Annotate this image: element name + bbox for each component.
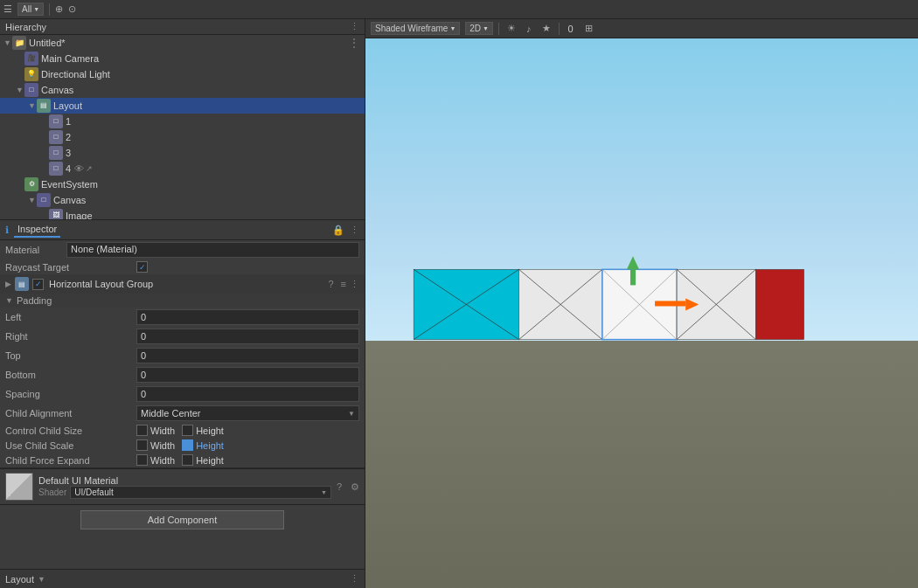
separator (49, 3, 50, 16)
tree-arrow (40, 164, 49, 173)
tree-item-light[interactable]: 💡 Directional Light (0, 66, 365, 82)
add-component-button[interactable]: Add Component (80, 510, 284, 529)
gizmo-count: 0 (565, 24, 577, 34)
top-bar: ☰ All ⊕ ⊙ (0, 0, 918, 19)
settings-icon[interactable]: ≡ (341, 279, 346, 289)
component-enabled-checkbox[interactable] (32, 279, 44, 290)
bottom-bar-arrow[interactable]: ▼ (38, 575, 45, 584)
tree-item-untitled[interactable]: ▼ 📁 Untitled* ⋮ (0, 35, 365, 51)
tree-item-1[interactable]: □ 1 (0, 114, 365, 129)
padding-header[interactable]: ▼ Padding (0, 294, 365, 308)
top-input[interactable] (136, 348, 359, 363)
hierarchy-panel: Hierarchy ⋮ ▼ 📁 Untitled* ⋮ 🎥 Main Camer… (0, 19, 365, 220)
center-icon: ⊕ (55, 3, 63, 15)
tree-arrow (40, 117, 49, 126)
top-label: Top (5, 350, 136, 361)
tree-dots[interactable]: ⋮ (349, 37, 365, 49)
bottom-input[interactable] (136, 367, 359, 383)
tree-label: 1 (66, 116, 71, 127)
use-scale-height-item: Height (182, 439, 224, 451)
child-alignment-select[interactable]: Middle Center (136, 405, 359, 421)
tree-label: Layout (53, 100, 82, 111)
scene-effects-icon[interactable]: ★ (539, 23, 553, 34)
control-height-checkbox[interactable] (182, 425, 193, 436)
scene-viewport-svg (365, 38, 918, 588)
svg-marker-13 (627, 256, 639, 269)
component-more[interactable]: ⋮ (350, 279, 359, 290)
tree-item-2[interactable]: □ 2 (0, 129, 365, 145)
tree-label: Canvas (41, 85, 73, 95)
control-height-label: Height (196, 425, 224, 436)
help-icon[interactable]: ? (328, 279, 333, 289)
item-icon: □ (49, 130, 63, 144)
tree-item-eventsystem[interactable]: ⚙ EventSystem (0, 176, 365, 192)
hierarchy-header: Hierarchy ⋮ (0, 19, 365, 35)
tree-arrow (16, 180, 24, 189)
scene-audio-icon[interactable]: ♪ (524, 24, 534, 34)
bottom-bar-dots[interactable]: ⋮ (350, 573, 359, 585)
force-width-checkbox[interactable] (136, 454, 148, 466)
force-height-item: Height (182, 454, 224, 466)
svg-rect-16 (655, 301, 685, 306)
menu-icon[interactable]: ☰ (3, 3, 12, 15)
inspector-more[interactable]: ⋮ (350, 225, 359, 236)
layout-icon: ▤ (37, 99, 51, 113)
all-dropdown[interactable]: All (17, 3, 44, 16)
tree-item-canvas2[interactable]: ▼ □ Canvas (0, 192, 365, 208)
tree-arrow: ▼ (28, 101, 37, 110)
material-settings-icon[interactable]: ⚙ (351, 481, 359, 493)
horizontal-layout-section: ▶ ▤ Horizontal Layout Group ? ≡ ⋮ ▼ Padd… (0, 274, 365, 468)
tree-item-image[interactable]: 🖼 Image (0, 208, 365, 220)
raycast-checkbox[interactable] (136, 261, 148, 273)
force-width-label: Width (150, 455, 175, 466)
tree-item-layout[interactable]: ▼ ▤ Layout (0, 98, 365, 114)
tree-arrow: ▼ (28, 196, 37, 204)
tree-label: EventSystem (41, 179, 98, 190)
pivot-icon: ⊙ (68, 3, 76, 15)
tree-arrow (40, 133, 49, 142)
use-scale-width-item: Width (136, 439, 175, 451)
lock-icon[interactable]: 🔒 (332, 225, 344, 236)
tree-arrow (16, 70, 24, 79)
material-help-icon[interactable]: ? (337, 481, 342, 492)
tree-item-3[interactable]: □ 3 (0, 145, 365, 161)
svg-rect-14 (630, 269, 636, 285)
shader-dropdown[interactable]: UI/Default (70, 486, 331, 499)
tree-item-4[interactable]: □ 4 👁 ↗ (0, 161, 365, 176)
right-input[interactable] (136, 329, 359, 344)
spacing-row: Spacing (0, 384, 365, 404)
padding-right-row: Right (0, 327, 365, 346)
tree-item-camera[interactable]: 🎥 Main Camera (0, 51, 365, 66)
control-width-checkbox[interactable] (136, 425, 148, 436)
padding-bottom-row: Bottom (0, 365, 365, 384)
shaded-wireframe-dropdown[interactable]: Shaded Wireframe (371, 22, 460, 35)
camera-icon: 🎥 (24, 52, 38, 66)
tree-label: Image (66, 211, 93, 220)
inspector-panel: ℹ Inspector 🔒 ⋮ Material None (Material)… (0, 220, 365, 569)
viewport-toolbar: Shaded Wireframe 2D ☀ ♪ ★ 0 ⊞ (365, 19, 918, 38)
force-height-checkbox[interactable] (182, 454, 193, 466)
2d-button[interactable]: 2D (465, 22, 493, 35)
spacing-input[interactable] (136, 386, 359, 402)
use-scale-width-label: Width (150, 440, 175, 451)
hierarchy-more[interactable]: ⋮ (350, 21, 359, 32)
tree-item-canvas[interactable]: ▼ □ Canvas (0, 82, 365, 98)
component-title: Horizontal Layout Group (49, 279, 324, 289)
control-child-size-label: Control Child Size (5, 425, 136, 436)
use-child-scale-label: Use Child Scale (5, 440, 136, 451)
scene-lighting-icon[interactable]: ☀ (504, 23, 518, 34)
control-child-size-row: Control Child Size Width Height (0, 423, 365, 438)
eye-icon[interactable]: 👁 (74, 163, 84, 174)
inspector-header: ℹ Inspector 🔒 ⋮ (0, 220, 365, 240)
use-scale-width-checkbox[interactable] (136, 439, 148, 451)
component-header[interactable]: ▶ ▤ Horizontal Layout Group ? ≡ ⋮ (0, 274, 365, 294)
padding-arrow: ▼ (5, 296, 13, 305)
left-input[interactable] (136, 309, 359, 325)
image-icon: 🖼 (49, 209, 63, 220)
inspector-tab[interactable]: Inspector (14, 222, 60, 238)
item-icon: □ (49, 146, 63, 160)
gizmo-icon[interactable]: ⊞ (582, 23, 595, 34)
use-scale-height-checkbox[interactable] (182, 439, 193, 451)
item-icon: □ (49, 162, 63, 176)
child-alignment-row: Child Alignment Middle Center (0, 404, 365, 423)
